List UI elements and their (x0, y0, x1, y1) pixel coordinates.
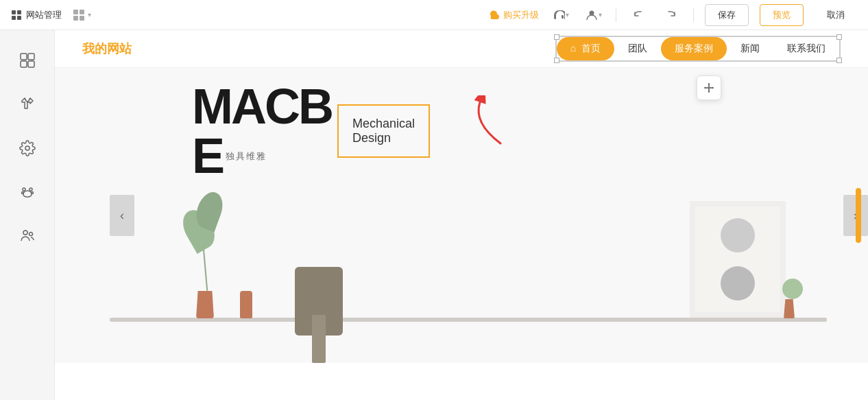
sidebar (0, 30, 55, 400)
svg-rect-14 (28, 61, 34, 67)
help-button[interactable]: ▾ (550, 4, 572, 26)
nav-item-team[interactable]: 团队 (614, 37, 661, 60)
svg-rect-1 (17, 10, 21, 14)
nav-item-news-label: 新闻 (740, 43, 760, 54)
redo-icon (665, 9, 677, 21)
help-chevron: ▾ (566, 11, 569, 19)
picture-frame (690, 201, 786, 318)
person-icon (586, 9, 598, 21)
svg-rect-7 (80, 16, 84, 21)
sidebar-item-settings[interactable] (8, 129, 47, 167)
svg-rect-11 (21, 54, 27, 60)
account-button[interactable]: ▾ (583, 4, 605, 26)
svg-rect-5 (80, 10, 84, 14)
site-manage-button[interactable]: 网站管理 (11, 9, 62, 21)
main-area: 我的网站 ⌂ 首页 团队 (0, 30, 868, 400)
svg-rect-6 (73, 16, 78, 21)
prev-button[interactable]: ‹ (110, 195, 134, 236)
move-handle[interactable] (697, 75, 721, 100)
svg-rect-4 (73, 10, 78, 14)
svg-point-20 (23, 231, 27, 235)
nav-wrapper-outer: ⌂ 首页 团队 服务案例 新闻 联系我们 (555, 36, 841, 62)
svg-rect-2 (12, 16, 16, 20)
apps-button[interactable]: ▾ (73, 9, 91, 21)
sidebar-item-components[interactable] (8, 41, 47, 80)
nav-item-contact[interactable]: 联系我们 (773, 37, 839, 60)
upgrade-button[interactable]: 购买升级 (488, 9, 539, 21)
plant (178, 195, 233, 318)
apps-icon (73, 9, 85, 21)
frame-circle-2 (721, 266, 755, 301)
divider-2 (693, 8, 694, 22)
account-chevron: ▾ (599, 11, 602, 19)
hero-bg (55, 68, 868, 363)
website-logo: 我的网站 (82, 40, 132, 57)
handle-tl (554, 34, 559, 40)
apps-chevron: ▾ (88, 11, 91, 19)
handle-tr (836, 34, 842, 40)
svg-point-16 (23, 188, 25, 191)
sidebar-item-style[interactable] (8, 85, 47, 123)
sidebar-item-team[interactable] (8, 217, 47, 255)
nav-item-news[interactable]: 新闻 (727, 37, 773, 60)
svg-point-15 (25, 146, 29, 150)
team-icon (19, 228, 36, 244)
cancel-button[interactable]: 取消 (815, 5, 857, 25)
frame-circle-1 (721, 218, 755, 252)
hero-section: MACB E 独具维雅 Mechanical Design (55, 68, 868, 363)
nav-item-cases[interactable]: 服务案例 (661, 37, 727, 60)
gear-icon (19, 140, 36, 156)
save-button[interactable]: 保存 (705, 4, 749, 26)
svg-point-17 (29, 188, 32, 191)
cloud-icon (488, 10, 501, 20)
topbar-left: 网站管理 ▾ (11, 9, 91, 21)
upgrade-label: 购买升级 (503, 9, 539, 21)
small-plant (779, 279, 799, 318)
prev-icon: ‹ (120, 209, 124, 223)
redo-button[interactable] (660, 4, 682, 26)
topbar-right: 购买升级 ▾ ▾ (488, 4, 857, 26)
tshirt-icon (19, 96, 36, 113)
chair-leg (312, 315, 326, 363)
svg-rect-3 (17, 16, 21, 20)
svg-point-21 (29, 233, 32, 236)
handle-bl (554, 58, 559, 63)
nav-item-team-label: 团队 (628, 43, 647, 54)
topbar: 网站管理 ▾ 购买升级 ▾ (0, 0, 868, 30)
undo-button[interactable] (627, 4, 649, 26)
site-manage-label: 网站管理 (26, 9, 62, 21)
svg-rect-12 (28, 54, 34, 60)
preview-button[interactable]: 预览 (760, 4, 804, 26)
nav-item-home[interactable]: ⌂ 首页 (557, 37, 614, 60)
nav-item-home-label: 首页 (581, 43, 601, 54)
svg-rect-8 (554, 15, 556, 19)
move-icon (703, 82, 714, 93)
nav-item-home-icon: ⌂ (570, 43, 576, 54)
nav-wrapper[interactable]: ⌂ 首页 团队 服务案例 新闻 联系我们 (555, 36, 841, 62)
chair (288, 226, 350, 363)
handle-br (836, 58, 842, 63)
paw-icon (19, 184, 36, 200)
website-header: 我的网站 ⌂ 首页 团队 (55, 30, 868, 68)
canvas-area: 我的网站 ⌂ 首页 团队 (55, 30, 868, 400)
nav-item-contact-label: 联系我们 (787, 43, 825, 54)
accent-bar (856, 188, 861, 243)
svg-rect-13 (21, 61, 27, 67)
divider-1 (616, 8, 616, 22)
plant-pot (196, 291, 214, 318)
website-container: 我的网站 ⌂ 首页 团队 (55, 30, 868, 400)
grid-small-icon (11, 10, 22, 21)
sidebar-item-pet[interactable] (8, 173, 47, 211)
vase (240, 291, 252, 318)
headphone-icon (553, 9, 565, 21)
components-icon (19, 52, 36, 69)
svg-rect-0 (12, 10, 16, 14)
undo-icon (632, 9, 644, 21)
nav-item-cases-label: 服务案例 (675, 43, 713, 54)
svg-rect-9 (562, 15, 564, 19)
